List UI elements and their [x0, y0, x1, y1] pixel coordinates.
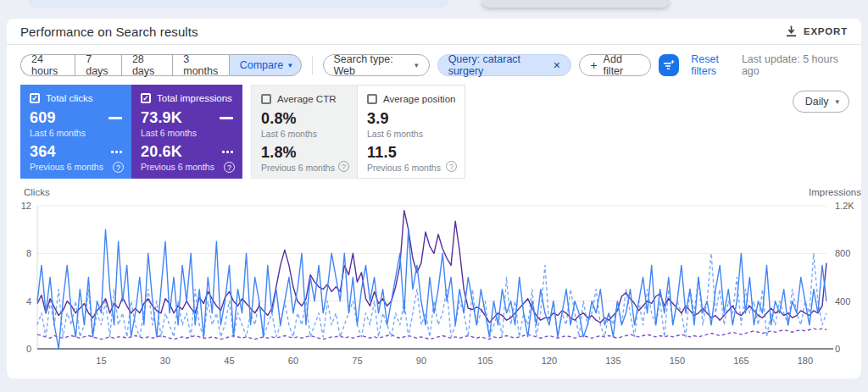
svg-text:135: 135 — [605, 356, 620, 366]
checkbox-average-position[interactable] — [367, 94, 377, 104]
svg-text:30: 30 — [160, 356, 170, 366]
card-caption: Last 6 months — [141, 128, 233, 138]
performance-chart: 0044008800121.2K153045607590105120135150… — [7, 185, 861, 378]
cards-gap — [242, 85, 251, 179]
card-value: 20.6K — [141, 143, 182, 161]
card-label: Average CTR — [277, 94, 336, 104]
filter-bar: 24 hours 7 days 28 days 3 months Compare… — [7, 45, 861, 84]
plus-icon: + — [590, 58, 597, 72]
svg-text:60: 60 — [288, 356, 298, 366]
svg-text:120: 120 — [542, 356, 557, 366]
svg-text:180: 180 — [798, 356, 813, 366]
card-value: 1.8% — [261, 144, 297, 162]
card-label: Total impressions — [157, 93, 232, 103]
date-range-group: 24 hours 7 days 28 days 3 months Compare… — [20, 54, 302, 76]
card-value: 11.5 — [367, 144, 397, 162]
add-filter-label: Add filter — [604, 53, 640, 77]
svg-text:12: 12 — [21, 201, 31, 211]
card-caption: Last 6 months — [367, 129, 455, 139]
svg-text:4: 4 — [26, 296, 31, 306]
card-caption: Last 6 months — [261, 129, 348, 139]
card-caption: Last 6 months — [30, 128, 122, 138]
card-caption: Previous 6 months — [30, 162, 122, 172]
top-toolbar-remnant — [481, 0, 670, 8]
search-type-label: Search type: Web — [334, 53, 409, 77]
download-icon — [786, 25, 797, 37]
date-range-3-months[interactable]: 3 months — [172, 54, 228, 76]
card-value: 0.8% — [261, 110, 297, 128]
check-icon: ✓ — [31, 95, 38, 102]
help-icon[interactable]: ? — [113, 162, 124, 173]
top-search-bar-remnant — [28, 0, 449, 8]
query-filter-label: Query: cataract surgery — [448, 53, 548, 77]
help-icon[interactable]: ? — [338, 161, 349, 172]
page-title: Performance on Search results — [20, 25, 198, 39]
svg-text:400: 400 — [835, 296, 850, 306]
help-icon[interactable]: ? — [224, 162, 235, 173]
svg-text:0: 0 — [835, 344, 840, 354]
card-label: Total clicks — [46, 93, 93, 103]
card-caption: Previous 6 months — [141, 162, 233, 172]
add-filter-button[interactable]: + Add filter — [579, 54, 650, 76]
card-value: 3.9 — [367, 110, 389, 128]
svg-text:Clicks: Clicks — [24, 187, 50, 197]
panel-header: Performance on Search results EXPORT — [7, 19, 861, 45]
metric-card-total-impressions[interactable]: ✓ Total impressions 73.9K Last 6 months … — [131, 85, 242, 179]
reset-filters-link[interactable]: Reset filters — [691, 53, 742, 77]
metric-card-average-ctr[interactable]: Average CTR 0.8% Last 6 months 1.8% Prev… — [251, 85, 357, 179]
granularity-label: Daily — [805, 96, 829, 108]
card-caption: Previous 6 months — [367, 163, 455, 173]
filter-plus-icon — [663, 60, 675, 71]
card-value: 609 — [30, 109, 56, 127]
chevron-down-icon: ▾ — [288, 62, 292, 69]
performance-panel: Performance on Search results EXPORT 24 … — [7, 19, 861, 378]
card-label: Average position — [383, 94, 455, 104]
compare-button[interactable]: Compare ▾ — [229, 54, 302, 76]
help-icon[interactable]: ? — [446, 161, 457, 172]
divider — [312, 56, 313, 75]
svg-text:45: 45 — [224, 356, 234, 366]
metric-cards-row: ✓ Total clicks 609 Last 6 months 364 Pre… — [20, 85, 465, 179]
check-icon: ✓ — [142, 95, 149, 102]
chevron-down-icon: ▾ — [835, 98, 839, 106]
svg-text:0: 0 — [26, 344, 31, 354]
dashed-line-legend-icon — [222, 151, 233, 153]
chevron-down-icon: ▾ — [415, 62, 419, 69]
card-value: 364 — [30, 143, 56, 161]
screen: Performance on Search results EXPORT 24 … — [0, 0, 868, 392]
date-range-7-days[interactable]: 7 days — [75, 54, 121, 76]
date-range-28-days[interactable]: 28 days — [121, 54, 172, 76]
svg-text:Impressions: Impressions — [809, 187, 861, 197]
svg-text:75: 75 — [352, 356, 362, 366]
svg-text:800: 800 — [835, 248, 850, 258]
query-filter-chip[interactable]: Query: cataract surgery ✕ — [437, 54, 572, 76]
metric-card-average-position[interactable]: Average position 3.9 Last 6 months 11.5 … — [357, 85, 465, 179]
svg-text:1.2K: 1.2K — [835, 201, 854, 211]
solid-line-legend-icon — [108, 117, 122, 119]
search-type-chip[interactable]: Search type: Web ▾ — [323, 54, 430, 76]
checkbox-average-ctr[interactable] — [261, 94, 271, 104]
svg-text:8: 8 — [26, 248, 31, 258]
granularity-dropdown[interactable]: Daily ▾ — [793, 91, 849, 113]
line-chart: 0044008800121.2K153045607590105120135150… — [7, 185, 861, 378]
export-button[interactable]: EXPORT — [786, 25, 848, 37]
export-label: EXPORT — [804, 26, 848, 36]
svg-text:165: 165 — [733, 356, 748, 366]
svg-text:90: 90 — [416, 356, 426, 366]
solid-line-legend-icon — [220, 117, 233, 119]
checkbox-total-clicks[interactable]: ✓ — [30, 93, 40, 103]
compare-label: Compare — [240, 59, 283, 71]
checkbox-total-impressions[interactable]: ✓ — [141, 93, 151, 103]
svg-text:150: 150 — [670, 356, 685, 366]
card-caption: Previous 6 months — [261, 163, 348, 173]
dashed-line-legend-icon — [111, 151, 122, 153]
svg-text:105: 105 — [477, 356, 492, 366]
svg-text:15: 15 — [96, 356, 106, 366]
metric-card-total-clicks[interactable]: ✓ Total clicks 609 Last 6 months 364 Pre… — [20, 85, 131, 179]
close-icon[interactable]: ✕ — [553, 60, 560, 71]
date-range-24-hours[interactable]: 24 hours — [20, 54, 75, 76]
filter-settings-button[interactable] — [659, 54, 679, 76]
last-update-text: Last update: 5 hours ago — [742, 53, 848, 77]
card-value: 73.9K — [141, 109, 182, 127]
